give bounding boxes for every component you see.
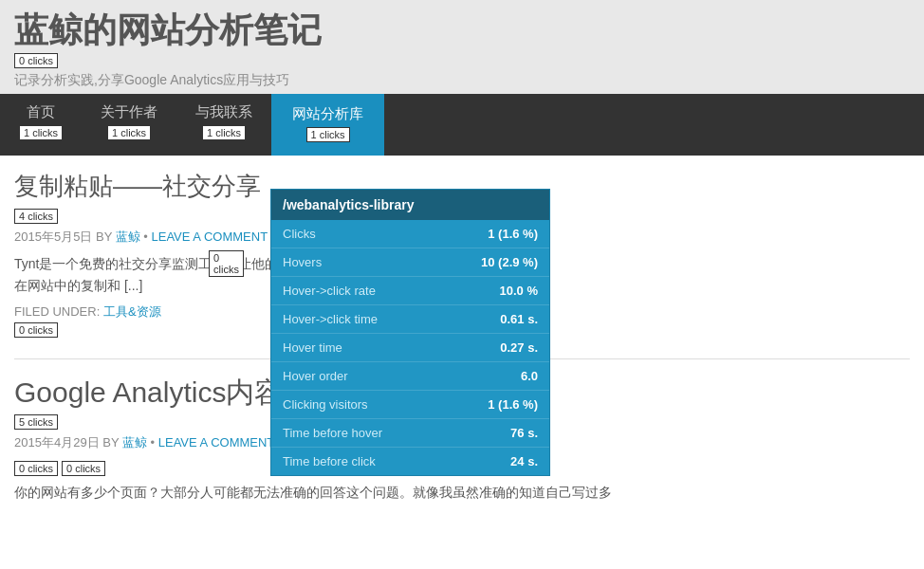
nav-section: 首页 1 clicks 关于作者 1 clicks 与我联系 1 clicks … [0, 94, 924, 156]
nav-badge-home: 1 clicks [19, 125, 63, 140]
dropdown-label-hover-click-rate: Hover->click rate [283, 284, 376, 298]
article1-badge-mid: 0 clicks [209, 250, 244, 277]
dropdown-row-hover-order: Hover order 6.0 [271, 362, 549, 391]
nav-label-about: 关于作者 [101, 103, 157, 121]
nav-badge-contact: 1 clicks [202, 125, 246, 140]
dropdown-value-clicking-visitors: 1 (1.6 %) [488, 397, 538, 412]
article2-badge-bot2: 0 clicks [62, 461, 105, 476]
nav-label-home: 首页 [27, 103, 55, 121]
header-click-badge: 0 clicks [14, 53, 58, 68]
dropdown-row-hover-click-time: Hover->click time 0.61 s. [271, 305, 549, 334]
article2-excerpt: 你的网站有多少个页面？大部分人可能都无法准确的回答这个问题。就像我虽然准确的知道… [14, 482, 910, 503]
site-tagline: 记录分析实践,分享Google Analytics应用与技巧 [14, 72, 910, 89]
page-wrapper: 蓝鲸的网站分析笔记 0 clicks 记录分析实践,分享Google Analy… [0, 0, 924, 569]
nav-label-library: 网站分析库 [292, 105, 363, 123]
nav-item-contact[interactable]: 与我联系 1 clicks [176, 94, 271, 156]
dropdown-label-clicks: Clicks [283, 227, 316, 241]
nav-badge-library: 1 clicks [306, 127, 350, 142]
article1-badge-filed: 0 clicks [14, 322, 58, 338]
article1-filed-link[interactable]: 工具&资源 [103, 304, 161, 319]
nav-item-library[interactable]: 网站分析库 1 clicks [271, 94, 384, 156]
dropdown-label-time-before-hover: Time before hover [283, 426, 382, 440]
nav-bar: 首页 1 clicks 关于作者 1 clicks 与我联系 1 clicks … [0, 94, 924, 156]
article2-author-link[interactable]: 蓝鲸 [122, 435, 147, 450]
dropdown-value-time-before-hover: 76 s. [510, 426, 538, 440]
dropdown-value-hover-order: 6.0 [521, 369, 538, 383]
dropdown-row-hovers: Hovers 10 (2.9 %) [271, 248, 549, 277]
article2-badge-top: 5 clicks [14, 414, 58, 430]
filed-label: FILED UNDER: [14, 304, 100, 319]
dropdown-value-hover-time: 0.27 s. [500, 340, 538, 355]
nav-badge-about: 1 clicks [107, 125, 151, 140]
dropdown-label-clicking-visitors: Clicking visitors [283, 397, 368, 412]
dropdown-row-time-before-click: Time before click 24 s. [271, 448, 549, 475]
dropdown-value-hovers: 10 (2.9 %) [481, 255, 538, 269]
dropdown-value-hover-click-time: 0.61 s. [500, 312, 538, 326]
article2-badge-bot1: 0 clicks [14, 461, 58, 476]
dropdown-row-time-before-hover: Time before hover 76 s. [271, 419, 549, 448]
dropdown-label-hover-order: Hover order [283, 369, 348, 383]
nav-item-home[interactable]: 首页 1 clicks [0, 94, 82, 156]
dropdown-row-hover-time: Hover time 0.27 s. [271, 334, 549, 362]
dropdown-value-time-before-click: 24 s. [510, 454, 538, 468]
article1-badge-top: 4 clicks [14, 209, 58, 224]
dropdown-row-hover-click-rate: Hover->click rate 10.0 % [271, 277, 549, 305]
dropdown-label-hover-time: Hover time [283, 340, 342, 355]
article1-comment-link[interactable]: LEAVE A COMMENT [152, 229, 268, 244]
dropdown-value-hover-click-rate: 10.0 % [500, 284, 538, 298]
nav-label-contact: 与我联系 [195, 103, 252, 121]
dropdown-header: /webanalytics-library [271, 190, 549, 220]
dropdown-label-time-before-click: Time before click [283, 454, 376, 468]
site-header: 蓝鲸的网站分析笔记 0 clicks 记录分析实践,分享Google Analy… [0, 0, 924, 94]
dropdown-label-hover-click-time: Hover->click time [283, 312, 378, 326]
dropdown-value-clicks: 1 (1.6 %) [488, 227, 538, 241]
article2-comment-link[interactable]: LEAVE A COMMENT [158, 435, 275, 450]
dropdown-label-hovers: Hovers [283, 255, 322, 269]
dropdown-row-clicking-visitors: Clicking visitors 1 (1.6 %) [271, 391, 549, 419]
dropdown-popup: /webanalytics-library Clicks 1 (1.6 %) H… [270, 189, 550, 476]
article2-title: Google Analytics内容分 [14, 374, 311, 413]
article1-author-link[interactable]: 蓝鲸 [116, 229, 140, 244]
site-title: 蓝鲸的网站分析笔记 [14, 9, 910, 50]
nav-item-about[interactable]: 关于作者 1 clicks [82, 94, 176, 156]
dropdown-row-clicks: Clicks 1 (1.6 %) [271, 220, 549, 248]
